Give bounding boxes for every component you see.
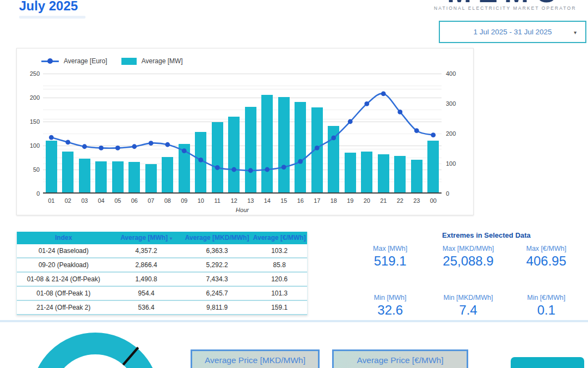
line-point-hour-02[interactable] — [65, 140, 70, 144]
table-cell: 6,245.7 — [182, 287, 252, 300]
footer-button[interactable] — [511, 357, 584, 368]
line-point-hour-18[interactable] — [331, 136, 336, 141]
memo-logo: MEMO — [433, 0, 579, 5]
x-tick-17: 17 — [309, 197, 326, 204]
table-cell: 536.4 — [110, 301, 182, 314]
table-row[interactable]: 01-08 (Off-Peak 1)954.46,245.7101.3 — [17, 287, 307, 301]
x-tick-10: 10 — [193, 197, 210, 204]
x-tick-05: 05 — [109, 197, 126, 204]
table-row[interactable]: 01-08 & 21-24 (Off-Peak)1,490.87,434.312… — [17, 273, 307, 287]
x-tick-21: 21 — [375, 197, 392, 204]
line-point-hour-00[interactable] — [431, 132, 436, 137]
table-cell: 4,357.2 — [110, 244, 182, 257]
x-axis-labels: 0102030405060708091011121314151617181920… — [43, 197, 442, 205]
x-tick-13: 13 — [242, 197, 259, 204]
y-right-tick-300: 300 — [446, 100, 456, 107]
line-point-hour-01[interactable] — [49, 135, 54, 140]
line-point-hour-21[interactable] — [381, 92, 386, 96]
line-point-hour-23[interactable] — [414, 128, 419, 133]
x-axis-title: Hour — [43, 207, 442, 213]
chart-legend: Average [Euro] Average [MW] — [41, 57, 183, 65]
x-tick-03: 03 — [76, 197, 93, 204]
table-cell: 6,363.3 — [182, 244, 252, 257]
y-left-tick-100: 100 — [20, 142, 40, 149]
y-axis-left: 050100150200250 — [20, 74, 40, 194]
x-tick-07: 07 — [143, 197, 160, 204]
legend-label-mw: Average [MW] — [142, 57, 183, 65]
x-tick-18: 18 — [326, 197, 342, 204]
table-row[interactable]: 21-24 (Off-Peak 2)536.49,811.9159.1 — [17, 301, 307, 315]
date-range-select[interactable]: 1 Jul 2025 - 31 Jul 2025 ▾ — [439, 21, 586, 43]
col-header-index[interactable]: Index — [17, 232, 110, 244]
line-point-hour-13[interactable] — [248, 168, 253, 173]
stat-min-mkd: Min [MKD/MWh] 7.4 — [429, 294, 507, 318]
line-point-hour-06[interactable] — [132, 144, 137, 149]
dashboard-page: July 2025 MEMO NATIONAL ELECTRICITY MARK… — [0, 0, 588, 368]
x-tick-14: 14 — [259, 197, 276, 204]
page-title: July 2025 — [19, 0, 78, 14]
x-tick-15: 15 — [275, 197, 292, 204]
x-tick-01: 01 — [43, 197, 60, 204]
line-point-hour-22[interactable] — [397, 110, 402, 114]
table-cell: 01-24 (Baseload) — [17, 244, 110, 257]
table-cell: 09-20 (Peakload) — [17, 258, 110, 272]
line-point-hour-03[interactable] — [82, 144, 87, 149]
line-point-hour-08[interactable] — [165, 142, 170, 147]
y-right-tick-0: 0 — [446, 190, 449, 197]
x-tick-09: 09 — [176, 197, 193, 204]
avg-price-eur-box: Average Price [€/MWh] 103.18 — [332, 349, 468, 368]
table-row[interactable]: 01-24 (Baseload)4,357.26,363.3103.2 — [17, 244, 307, 258]
line-point-hour-14[interactable] — [265, 167, 270, 172]
table-cell: 01-08 & 21-24 (Off-Peak) — [17, 273, 110, 286]
y-left-tick-200: 200 — [20, 94, 40, 101]
legend-label-euro: Average [Euro] — [64, 57, 107, 65]
table-header-row: Index Average [MWh]▾ Average [MKD/MWh] A… — [17, 232, 307, 244]
y-right-tick-100: 100 — [446, 160, 456, 167]
x-tick-19: 19 — [342, 197, 359, 204]
line-point-hour-11[interactable] — [215, 165, 220, 170]
line-point-hour-10[interactable] — [198, 158, 203, 162]
line-point-hour-15[interactable] — [281, 165, 286, 170]
chart-card: Average [Euro] Average [MW] 050100150200… — [16, 48, 474, 215]
x-tick-06: 06 — [126, 197, 143, 204]
stat-min-eur: Min [€/MWh] 0.1 — [507, 294, 585, 318]
y-left-tick-150: 150 — [20, 118, 40, 125]
line-point-hour-19[interactable] — [348, 119, 353, 124]
table-cell: 85.8 — [252, 258, 307, 272]
line-point-hour-05[interactable] — [115, 146, 120, 150]
combo-chart-plot[interactable] — [43, 74, 442, 194]
sort-caret-icon: ▾ — [170, 236, 172, 241]
line-point-hour-12[interactable] — [231, 167, 236, 172]
line-point-hour-07[interactable] — [149, 141, 154, 146]
y-left-tick-50: 50 — [20, 166, 40, 173]
y-left-tick-0: 0 — [20, 190, 40, 197]
gauge-chart — [0, 322, 174, 368]
y-right-tick-200: 200 — [446, 130, 456, 137]
x-tick-23: 23 — [408, 197, 425, 204]
x-tick-11: 11 — [209, 197, 226, 204]
line-point-hour-17[interactable] — [315, 146, 320, 150]
table-cell: 5,292.2 — [182, 258, 252, 272]
col-header-avg-mwh[interactable]: Average [MWh]▾ — [110, 232, 182, 244]
line-point-hour-16[interactable] — [298, 159, 303, 164]
col-header-avg-mkd[interactable]: Average [MKD/MWh] — [182, 232, 252, 244]
table-cell: 120.6 — [252, 273, 307, 286]
table-cell: 103.2 — [252, 244, 307, 257]
table-cell: 954.4 — [110, 287, 182, 300]
table-cell: 7,434.3 — [182, 273, 252, 286]
line-point-hour-20[interactable] — [364, 101, 369, 106]
x-tick-08: 08 — [160, 197, 176, 204]
x-tick-22: 22 — [392, 197, 409, 204]
col-header-avg-eur[interactable]: Average [€/MWh] — [252, 232, 307, 244]
logo-tagline: NATIONAL ELECTRICITY MARKET OPERATOR — [434, 5, 586, 11]
euro-line-series — [43, 74, 442, 194]
line-point-hour-04[interactable] — [99, 146, 103, 150]
y-left-tick-250: 250 — [20, 70, 40, 77]
x-tick-00: 00 — [425, 197, 442, 204]
line-point-hour-09[interactable] — [182, 148, 187, 153]
table-row[interactable]: 09-20 (Peakload)2,866.45,292.285.8 — [17, 258, 307, 273]
chevron-down-icon: ▾ — [574, 29, 577, 35]
index-averages-table: Index Average [MWh]▾ Average [MKD/MWh] A… — [16, 232, 308, 315]
table-cell: 21-24 (Off-Peak 2) — [17, 301, 110, 314]
title-underline — [19, 16, 85, 19]
